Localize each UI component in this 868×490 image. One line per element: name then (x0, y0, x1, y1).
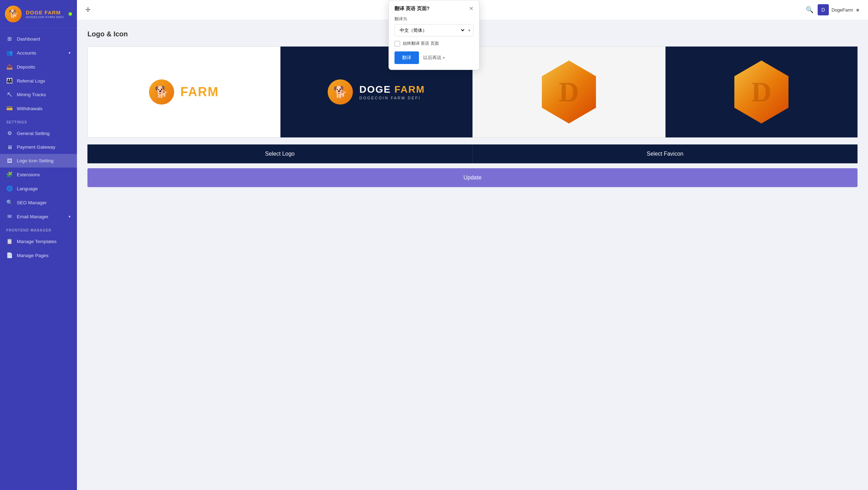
translate-later-label: 以后再说 (423, 55, 441, 61)
brand-title-white: DOGE (26, 9, 44, 15)
pages-icon: 📄 (6, 252, 13, 258)
brand-logo: 🐕 (5, 6, 22, 22)
sidebar-item-label: Mining Tracks (17, 92, 46, 97)
logo-dark-text-block: DOGE FARM DOGECOIN FARM DEFI (359, 84, 425, 100)
dashboard-icon: ⊞ (6, 36, 13, 42)
brand-title-orange: FARM (44, 9, 61, 15)
popup-actions: 翻译 以后再说 ▾ (394, 51, 474, 64)
sidebar-item-language[interactable]: 🌐 Language (0, 182, 77, 196)
sidebar-item-manage-templates[interactable]: 📋 Manage Templates (0, 234, 77, 248)
sidebar-item-label: Deposits (17, 64, 35, 70)
translation-popup: 翻译 英语 页面? ✕ 翻译为 中文（简体） English 日本語 한국어 ▾… (389, 0, 479, 70)
logo-card-dark-icon: D (666, 47, 858, 137)
language-select[interactable]: 中文（简体） English 日本語 한국어 (395, 24, 465, 36)
sidebar-item-label: Referral Logs (17, 78, 45, 84)
language-select-row: 中文（简体） English 日本語 한국어 ▾ (394, 24, 474, 36)
content-area: Logo & Icon 🐕 FARM 🐕 DOGE FARM D (77, 20, 868, 490)
sidebar-item-referral-logs[interactable]: 👨‍👩‍👧 Referral Logs (0, 74, 77, 88)
chevron-down-icon: ▾ (69, 51, 71, 55)
sidebar-item-extensions[interactable]: 🧩 Extensions (0, 168, 77, 182)
select-logo-button[interactable]: Select Logo (87, 144, 472, 163)
sidebar-item-email-manager[interactable]: ✉ Email Manager ▾ (0, 210, 77, 223)
brand-subtitle: DOGECOIN FARM DEFI (26, 15, 64, 19)
translate-button[interactable]: 翻译 (394, 51, 419, 64)
sidebar-item-logo-icon-setting[interactable]: 🖼 Logo Icon Setting (0, 154, 77, 168)
main-area: ✛ 🔍 D DogeFarm ● Logo & Icon 🐕 FARM (77, 0, 868, 490)
settings-section-label: SETTINGS (0, 115, 77, 126)
frontend-section-label: FRONTEND MANAGER (0, 223, 77, 234)
sidebar-item-label: Manage Templates (17, 239, 57, 244)
translate-later-button[interactable]: 以后再说 ▾ (419, 51, 449, 64)
topbar-user: D DogeFarm ● (818, 4, 860, 15)
always-translate-row: 始终翻译 英语 页面 (394, 41, 474, 47)
sidebar-item-seo-manager[interactable]: 🔍 SEO Manager (0, 196, 77, 210)
sidebar-item-withdrawals[interactable]: 💳 Withdrawals (0, 101, 77, 115)
sidebar-item-manage-pages[interactable]: 📄 Manage Pages (0, 248, 77, 262)
coin-letter-dark: D (751, 76, 771, 108)
logo-farm-text: FARM (180, 85, 219, 99)
extensions-icon: 🧩 (6, 171, 13, 178)
logo-dark-inner: 🐕 DOGE FARM DOGECOIN FARM DEFI (328, 79, 425, 105)
always-translate-checkbox[interactable] (394, 41, 400, 47)
payment-icon: 🖥 (6, 144, 13, 150)
sidebar-item-payment-gateway[interactable]: 🖥 Payment Gateway (0, 140, 77, 154)
sidebar-item-label: Accounts (17, 50, 36, 56)
sidebar-item-label: General Setting (17, 131, 50, 136)
logo-dark-title-row: DOGE FARM (359, 84, 425, 95)
sidebar-item-label: Payment Gateway (17, 144, 55, 150)
sidebar-nav: ⊞ Dashboard 👥 Accounts ▾ 📥 Deposits 👨‍👩‍… (0, 28, 77, 490)
referral-icon: 👨‍👩‍👧 (6, 78, 13, 84)
brand-text: DOGE FARM DOGECOIN FARM DEFI (26, 9, 64, 19)
sidebar-item-label: Language (17, 186, 38, 191)
gear-icon: ⚙ (6, 130, 13, 136)
popup-header: 翻译 英语 页面? ✕ (394, 5, 474, 12)
select-favicon-button[interactable]: Select Favicon (472, 144, 858, 163)
sidebar-item-dashboard[interactable]: ⊞ Dashboard (0, 32, 77, 46)
logo-subtitle-text: DOGECOIN FARM DEFI (359, 96, 425, 100)
logo-icon: 🖼 (6, 158, 13, 164)
sidebar: 🐕 DOGE FARM DOGECOIN FARM DEFI ⊞ Dashboa… (0, 0, 77, 490)
user-avatar-text: D (821, 7, 825, 13)
update-button[interactable]: Update (87, 168, 858, 187)
sidebar-item-general-setting[interactable]: ⚙ General Setting (0, 126, 77, 140)
seo-icon: 🔍 (6, 199, 13, 206)
logo-action-buttons: Select Logo Select Favicon (87, 144, 858, 163)
logo-doge-text: DOGE (359, 84, 394, 95)
sidebar-item-label: Withdrawals (17, 106, 43, 111)
user-avatar: D (818, 4, 829, 15)
popup-title: 翻译 英语 页面? (394, 6, 429, 12)
select-chevron-icon: ▾ (465, 28, 473, 33)
later-chevron-icon: ▾ (443, 56, 445, 60)
always-translate-label: 始终翻译 英语 页面 (403, 41, 439, 47)
brand-logo-emoji: 🐕 (9, 9, 18, 19)
sidebar-item-label: Manage Pages (17, 253, 49, 258)
sidebar-item-label: Email Manager (17, 214, 49, 219)
brand-title: DOGE FARM (26, 9, 64, 15)
sidebar-header: 🐕 DOGE FARM DOGECOIN FARM DEFI (0, 0, 77, 28)
logo-farm-dark-text: FARM (394, 84, 425, 95)
user-status-dot: ● (856, 6, 860, 14)
withdrawals-icon: 💳 (6, 105, 13, 112)
accounts-icon: 👥 (6, 50, 13, 56)
sidebar-item-label: SEO Manager (17, 200, 47, 205)
logo-card-light-icon: D (472, 47, 666, 137)
coin-hexagon-dark: D (730, 61, 793, 123)
templates-icon: 📋 (6, 238, 13, 244)
sidebar-item-accounts[interactable]: 👥 Accounts ▾ (0, 46, 77, 60)
expand-icon[interactable]: ✛ (85, 6, 91, 14)
sidebar-item-label: Logo Icon Setting (17, 158, 54, 163)
sidebar-item-deposits[interactable]: 📥 Deposits (0, 60, 77, 74)
sidebar-item-mining-tracks[interactable]: ⛏ Mining Tracks (0, 88, 77, 101)
mining-icon: ⛏ (6, 92, 13, 98)
deposits-icon: 📥 (6, 64, 13, 70)
sidebar-item-label: Extensions (17, 172, 40, 177)
coin-hexagon-light: D (538, 61, 600, 123)
language-icon: 🌐 (6, 185, 13, 192)
logo-coin-dark: 🐕 (328, 79, 353, 105)
translate-to-label: 翻译为 (394, 16, 474, 22)
email-icon: ✉ (6, 213, 13, 220)
logo-card-light-text: 🐕 FARM (87, 47, 280, 137)
user-name: DogeFarm (832, 7, 853, 13)
popup-close-button[interactable]: ✕ (469, 5, 474, 12)
search-icon[interactable]: 🔍 (806, 6, 813, 14)
